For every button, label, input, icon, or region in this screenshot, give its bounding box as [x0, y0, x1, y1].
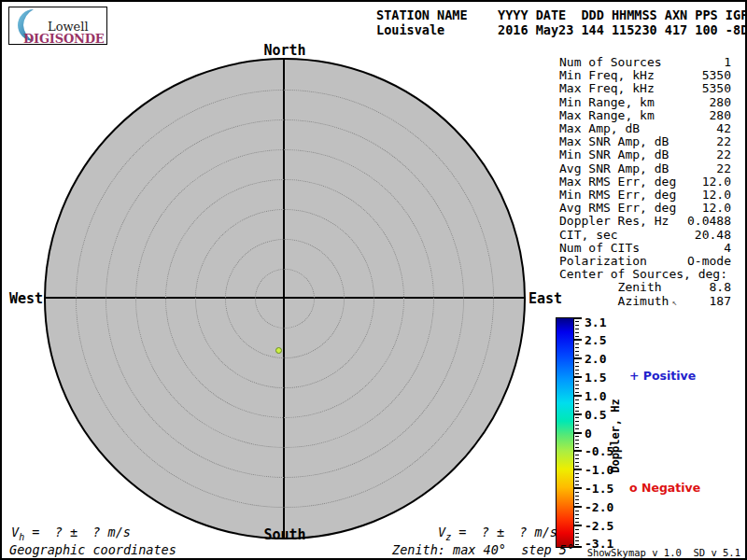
stat-value: 22: [716, 148, 731, 161]
colorbar-tick-label: -2.5: [585, 519, 613, 533]
stat-label: Max Range, km: [559, 109, 655, 122]
stat-row: Doppler Res, Hz0.0488: [559, 215, 731, 228]
stat-row: Min SNR Amp, dB22: [559, 148, 731, 161]
legend-negative-label: Negative: [638, 481, 701, 495]
stat-row: Avg SNR Amp, dB22: [559, 162, 731, 175]
stat-value: 4: [724, 242, 731, 255]
doppler-colorbar: [556, 317, 574, 548]
stat-label: Doppler Res, Hz: [559, 215, 669, 228]
stat-label: Min Range, km: [559, 96, 655, 109]
stat-value: 0.0488: [687, 215, 731, 228]
stat-value: 5350: [702, 69, 731, 82]
stat-value: 22: [716, 162, 731, 175]
stat-label: Avg SNR Amp, dB: [559, 162, 669, 175]
circle-icon: o: [629, 481, 638, 495]
colorbar-tick: [574, 487, 582, 489]
colorbar-tick-label: -3.1: [585, 537, 613, 551]
stat-label: Center of Sources, deg:: [559, 268, 727, 281]
colorbar-tick-label: 3.1: [585, 315, 606, 329]
compass-label-east: East: [529, 290, 562, 307]
vh-symbol: V: [11, 525, 19, 539]
stat-row: Min Freq, kHz5350: [559, 69, 731, 82]
compass-label-west: West: [9, 290, 43, 307]
stat-label: Num of CITs: [559, 242, 640, 255]
colorbar-tick-label: -0.5: [585, 444, 613, 458]
compass-label-south: South: [263, 526, 305, 543]
colorbar-tick-label: 0.5: [585, 407, 606, 421]
colorbar-tick: [574, 546, 582, 548]
stat-label: Polarization: [559, 255, 647, 268]
colorbar-tick-label: 1.5: [585, 370, 606, 384]
stat-value: 20.48: [695, 229, 731, 242]
colorbar-tick: [574, 506, 582, 508]
stat-label: Max RMS Err, deg: [559, 175, 676, 189]
header-station-values: Louisvale 2016 May23 144 115230 417 100 …: [376, 22, 747, 37]
stat-value: 12.0: [702, 202, 731, 215]
azimuth-direction-icon: ↖: [671, 298, 676, 307]
logo-digisonde-text: DIGISONDE: [23, 32, 105, 46]
stat-row: Zenith8.8: [559, 281, 731, 294]
compass-label-north: North: [263, 42, 305, 59]
legend-positive-label: Positive: [639, 369, 696, 383]
stat-row: Num of Sources1: [559, 56, 731, 69]
stat-value: 12.0: [702, 175, 731, 189]
colorbar-tick: [574, 339, 582, 341]
stats-panel: Num of Sources1Min Freq, kHz5350Max Freq…: [559, 56, 731, 309]
stat-label: Min RMS Err, deg: [559, 189, 676, 202]
colorbar-tick-label: 1.0: [585, 388, 606, 402]
stat-value: 280: [710, 96, 731, 109]
stat-value: 42: [716, 122, 731, 135]
colorbar-tick: [574, 317, 582, 319]
showskymap-window: Lowell DIGISONDE STATION NAME YYYY DATE …: [0, 0, 747, 560]
stat-row: Avg RMS Err, deg12.0: [559, 202, 731, 215]
stat-label: Zenith: [559, 281, 662, 294]
stat-value: 22: [716, 135, 731, 148]
stat-row: Num of CITs4: [559, 242, 731, 255]
stat-row: Max RMS Err, deg12.0: [559, 175, 731, 189]
stat-row: Min RMS Err, deg12.0: [559, 189, 731, 202]
legend-positive: + Positive: [629, 369, 696, 383]
coordinate-system-label: Geographic coordinates: [9, 542, 176, 557]
colorbar-tick-label: -1.5: [585, 482, 613, 496]
stat-label: Num of Sources: [559, 56, 662, 69]
lowell-digisonde-logo: Lowell DIGISONDE: [8, 7, 107, 45]
stat-value: 1: [724, 56, 731, 69]
stat-value: 5350: [702, 82, 731, 95]
stat-row: PolarizationO-mode: [559, 255, 731, 268]
stat-row: Max Amp, dB42: [559, 122, 731, 135]
stat-label: Azimuth↖: [559, 295, 677, 309]
colorbar-tick-label: -2.0: [585, 500, 613, 514]
stat-row: Center of Sources, deg:: [559, 268, 731, 281]
colorbar-tick: [574, 413, 582, 415]
stat-row: Max Range, km280: [559, 109, 731, 122]
stat-row: Max Freq, kHz5350: [559, 82, 731, 95]
vz-symbol: V: [438, 525, 445, 539]
stat-label: CIT, sec: [559, 229, 618, 242]
zenith-range-note: Zenith: max 40° step 5°: [392, 542, 574, 557]
stat-value: 8.8: [710, 281, 731, 294]
header-column-titles: STATION NAME YYYY DATE DDD HHMMSS AXN PP…: [376, 7, 747, 22]
stat-value: 12.0: [702, 189, 731, 202]
stat-label: Min Freq, kHz: [559, 69, 655, 82]
colorbar-tick: [574, 395, 582, 397]
stat-row: Azimuth↖187: [559, 295, 731, 309]
stat-value: O-mode: [687, 255, 731, 268]
vz-value: = ? ± ? m/s: [451, 525, 557, 539]
colorbar-tick: [574, 376, 582, 378]
stat-label: Max Freq, kHz: [559, 82, 655, 95]
vh-velocity-readout: Vh = ? ± ? m/s: [11, 525, 131, 542]
stat-row: CIT, sec20.48: [559, 229, 731, 242]
vz-velocity-readout: Vz = ? ± ? m/s: [438, 525, 557, 542]
stat-row: Max SNR Amp, dB22: [559, 135, 731, 148]
plus-icon: +: [629, 369, 639, 383]
colorbar-tick: [574, 432, 582, 434]
vh-value: = ? ± ? m/s: [24, 525, 131, 539]
colorbar-tick: [574, 525, 582, 526]
colorbar-tick-label: 2.5: [585, 332, 606, 346]
colorbar-tick-label: -1.0: [585, 463, 613, 477]
colorbar-tick-label: 0: [585, 426, 592, 440]
legend-negative: o Negative: [629, 481, 700, 495]
stat-value: 280: [710, 109, 731, 122]
colorbar-tick: [574, 450, 582, 452]
stat-label: Avg RMS Err, deg: [559, 202, 676, 215]
